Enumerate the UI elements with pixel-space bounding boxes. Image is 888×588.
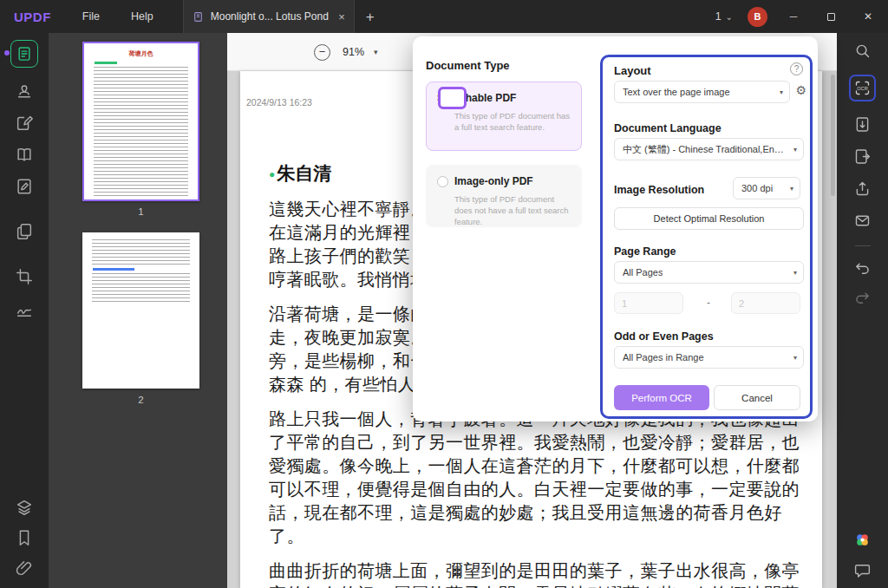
page-indicator[interactable]: 1 ⌄ bbox=[715, 10, 733, 23]
mail-icon[interactable] bbox=[853, 212, 872, 230]
page-number-label: 1 bbox=[82, 206, 199, 217]
left-toolbar-bottom bbox=[15, 498, 34, 578]
active-mode-indicator-dot bbox=[4, 50, 10, 56]
chat-icon[interactable] bbox=[853, 561, 872, 579]
zoom-level-select[interactable]: 91% ▾ bbox=[343, 46, 378, 58]
page-indicator-value: 1 bbox=[715, 10, 722, 23]
updf-app-window: UPDF File Help Moonlight o... Lotus Pond… bbox=[0, 0, 888, 588]
signature-icon[interactable] bbox=[15, 299, 34, 318]
tool-annotate-active[interactable] bbox=[10, 40, 38, 68]
thumbnail-annotation-mark bbox=[95, 62, 117, 64]
right-toolbar-bottom bbox=[853, 531, 872, 579]
range-end-input bbox=[731, 292, 800, 314]
svg-text:OCR: OCR bbox=[857, 86, 868, 91]
bookmark-icon[interactable] bbox=[15, 528, 34, 547]
document-language-select[interactable]: 中文 (繁體) - Chinese Traditional,English...… bbox=[614, 138, 804, 160]
share-icon[interactable] bbox=[853, 180, 872, 198]
maximize-icon bbox=[827, 13, 835, 21]
left-toolbar bbox=[0, 33, 49, 588]
zoom-controls: − 91% ▾ bbox=[314, 33, 378, 71]
new-tab-button[interactable]: + bbox=[366, 10, 375, 24]
chevron-down-icon: ▾ bbox=[793, 269, 797, 277]
annotation-bullet-icon: ● bbox=[269, 168, 275, 180]
image-only-pdf-description: This type of PDF document does not have … bbox=[454, 193, 571, 227]
page-range-label: Page Range bbox=[614, 245, 676, 258]
search-icon[interactable] bbox=[853, 42, 872, 60]
thumbnail-text-preview bbox=[92, 273, 190, 303]
compress-icon[interactable] bbox=[853, 115, 872, 134]
divider bbox=[855, 245, 871, 246]
note-icon[interactable] bbox=[15, 177, 34, 196]
organize-pages-icon[interactable] bbox=[15, 222, 34, 241]
detect-optimal-resolution-button[interactable]: Detect Optimal Resolution bbox=[614, 207, 804, 230]
edit-icon[interactable] bbox=[15, 113, 34, 132]
author-name: 朱自清 bbox=[277, 163, 331, 183]
window-close-button[interactable]: ✕ bbox=[857, 0, 879, 33]
ocr-tool-active[interactable]: OCR bbox=[849, 75, 876, 101]
page-thumbnail-2[interactable] bbox=[82, 232, 199, 389]
thumbnail-link-mark bbox=[93, 268, 134, 271]
titlebar: UPDF File Help Moonlight o... Lotus Pond… bbox=[0, 0, 888, 33]
layout-mode-value: Text over the page image bbox=[623, 87, 730, 97]
ocr-dialog: Document Type Searchable PDF This type o… bbox=[413, 36, 818, 421]
thumbnail-title: 荷塘月色 bbox=[84, 49, 198, 58]
range-separator: - bbox=[707, 297, 710, 309]
convert-icon[interactable] bbox=[853, 147, 872, 166]
layers-icon[interactable] bbox=[15, 498, 34, 517]
stamp-icon[interactable] bbox=[15, 81, 34, 100]
chevron-down-icon: ▾ bbox=[374, 48, 378, 56]
crop-icon[interactable] bbox=[15, 267, 34, 286]
window-maximize-button[interactable] bbox=[819, 0, 842, 33]
paragraph: 路上只我一個人，背著手踱著。這一片天地好像是我的；我也像超出了平常的自己，到了另… bbox=[269, 408, 802, 548]
tab-document-icon bbox=[193, 11, 204, 23]
searchable-pdf-description: This type of PDF document has a full tex… bbox=[454, 110, 571, 133]
document-tab[interactable]: Moonlight o... Lotus Pond × bbox=[183, 0, 355, 33]
menu-file[interactable]: File bbox=[82, 10, 100, 23]
layout-mode-select[interactable]: Text over the page image ▾ bbox=[614, 81, 790, 103]
image-only-pdf-option[interactable]: Image-only PDF This type of PDF document… bbox=[426, 165, 582, 227]
radio-selected-icon[interactable] bbox=[438, 87, 467, 109]
help-icon[interactable]: ? bbox=[790, 62, 803, 75]
image-resolution-label: Image Resolution bbox=[614, 184, 704, 196]
avatar[interactable]: B bbox=[748, 7, 767, 27]
document-language-value: 中文 (繁體) - Chinese Traditional,English... bbox=[623, 143, 787, 156]
image-only-pdf-label: Image-only PDF bbox=[454, 175, 533, 187]
perform-ocr-button[interactable]: Perform OCR bbox=[614, 385, 709, 410]
radio-unselected-icon[interactable] bbox=[437, 176, 448, 187]
ocr-icon: OCR bbox=[853, 79, 872, 97]
chevron-down-icon: ⌄ bbox=[726, 12, 733, 22]
layout-settings-highlight: Layout ? Text over the page image ▾ ⚙ Do… bbox=[600, 55, 813, 419]
cancel-button[interactable]: Cancel bbox=[714, 385, 800, 410]
zoom-out-button[interactable]: − bbox=[314, 44, 330, 61]
chevron-down-icon: ▾ bbox=[793, 354, 797, 362]
image-resolution-select[interactable]: 300 dpi ▾ bbox=[733, 177, 800, 199]
odd-even-pages-label: Odd or Even Pages bbox=[614, 330, 714, 343]
titlebar-right: 1 ⌄ B ─ ✕ bbox=[715, 0, 879, 33]
page-range-value: All Pages bbox=[623, 267, 663, 278]
searchable-pdf-option[interactable]: Searchable PDF This type of PDF document… bbox=[426, 82, 582, 151]
thumbnail-text-preview bbox=[94, 67, 188, 197]
option-header: Image-only PDF bbox=[437, 175, 571, 187]
vertical-scrollbar[interactable] bbox=[831, 75, 835, 196]
chevron-down-icon: ▾ bbox=[790, 185, 793, 193]
attachment-icon[interactable] bbox=[15, 559, 34, 578]
image-resolution-value: 300 dpi bbox=[741, 183, 773, 193]
range-start-input bbox=[614, 292, 683, 314]
option-header: Searchable PDF bbox=[437, 92, 571, 104]
paragraph: 曲曲折折的荷塘上面，彌望到的是田田的葉子，葉子出水很高，像亭亭的舞女的裙。層層的… bbox=[269, 559, 802, 588]
window-minimize-button[interactable]: ─ bbox=[782, 0, 805, 33]
page-range-select[interactable]: All Pages ▾ bbox=[614, 261, 804, 284]
undo-icon[interactable] bbox=[853, 259, 872, 278]
page-thumbnail-1[interactable]: 荷塘月色 bbox=[82, 42, 199, 201]
reader-icon[interactable] bbox=[15, 145, 34, 164]
thumbnail-panel: 荷塘月色 1 2 bbox=[49, 33, 227, 588]
odd-even-pages-select[interactable]: All Pages in Range ▾ bbox=[614, 346, 804, 369]
redo-icon[interactable] bbox=[853, 289, 872, 307]
layout-title: Layout bbox=[614, 64, 651, 77]
ai-assistant-icon[interactable] bbox=[853, 531, 872, 549]
chevron-down-icon: ▾ bbox=[780, 88, 783, 96]
tab-close-icon[interactable]: × bbox=[338, 11, 345, 23]
document-language-label: Document Language bbox=[614, 122, 722, 134]
menu-help[interactable]: Help bbox=[131, 10, 153, 23]
gear-icon[interactable]: ⚙ bbox=[795, 83, 806, 97]
